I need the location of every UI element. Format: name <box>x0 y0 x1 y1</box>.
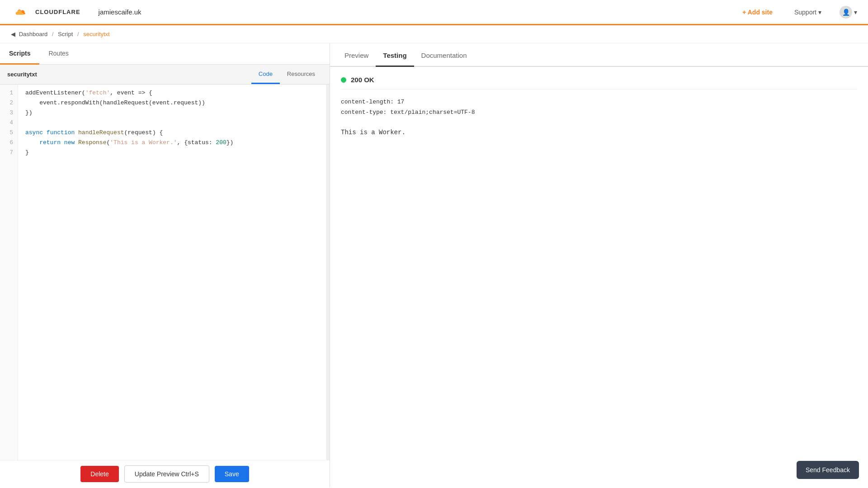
status-indicator-icon <box>341 77 346 83</box>
main-layout: Scripts Routes securitytxt Code Resource… <box>0 43 868 487</box>
script-filename: securitytxt <box>7 71 251 78</box>
tab-scripts[interactable]: Scripts <box>0 43 39 65</box>
tab-preview[interactable]: Preview <box>337 43 376 67</box>
right-tabs: Preview Testing Documentation <box>330 43 868 67</box>
tab-routes[interactable]: Routes <box>39 43 77 65</box>
line-num-5: 5 <box>0 128 18 138</box>
send-feedback-button[interactable]: Send Feedback <box>797 461 859 479</box>
support-label: Support <box>794 9 816 16</box>
breadcrumb-arrow: ◀ <box>11 31 15 38</box>
site-name-label: jamiescaife.uk <box>99 8 142 16</box>
status-row: 200 OK <box>341 76 857 89</box>
breadcrumb-script[interactable]: Script <box>58 31 73 38</box>
code-header: securitytxt Code Resources <box>0 65 330 84</box>
code-editor[interactable]: 1 2 3 4 5 6 7 addEventListener('fetch', … <box>0 84 330 460</box>
code-scrollbar[interactable] <box>326 84 330 460</box>
user-avatar-icon: 👤 <box>840 6 852 19</box>
save-button[interactable]: Save <box>215 466 249 482</box>
breadcrumb-sep2: / <box>77 31 79 38</box>
action-bar: Delete Update Preview Ctrl+S Save <box>0 460 330 487</box>
breadcrumb: ◀ Dashboard / Script / securitytxt <box>0 25 868 43</box>
breadcrumb-dashboard[interactable]: Dashboard <box>19 31 48 38</box>
line-num-6: 6 <box>0 138 18 148</box>
breadcrumb-sep1: / <box>52 31 54 38</box>
line-numbers: 1 2 3 4 5 6 7 <box>0 84 18 460</box>
left-panel: Scripts Routes securitytxt Code Resource… <box>0 43 330 487</box>
user-chevron-icon: ▾ <box>854 9 857 16</box>
top-navigation: CLOUDFLARE jamiescaife.uk + Add site Sup… <box>0 0 868 25</box>
line-num-1: 1 <box>0 88 18 98</box>
response-body: This is a Worker. <box>341 127 857 138</box>
logo-area: CLOUDFLARE <box>11 2 80 22</box>
status-text: 200 OK <box>351 76 374 84</box>
cloudflare-logo-icon <box>11 2 31 22</box>
support-chevron-icon: ▾ <box>818 9 821 16</box>
code-lines: 1 2 3 4 5 6 7 addEventListener('fetch', … <box>0 84 330 460</box>
add-site-button[interactable]: + Add site <box>742 9 773 16</box>
line-num-7: 7 <box>0 148 18 158</box>
company-name-label: CLOUDFLARE <box>35 9 80 15</box>
support-button[interactable]: Support ▾ <box>794 9 821 16</box>
right-panel: Preview Testing Documentation 200 OK con… <box>330 43 868 487</box>
response-headers: content-length: 17 content-type: text/pl… <box>341 97 857 118</box>
header-content-length: content-length: 17 <box>341 97 857 107</box>
tab-resources[interactable]: Resources <box>280 65 322 84</box>
update-preview-button[interactable]: Update Preview Ctrl+S <box>124 465 209 483</box>
delete-button[interactable]: Delete <box>80 466 118 482</box>
testing-content: 200 OK content-length: 17 content-type: … <box>330 67 868 487</box>
breadcrumb-current: securitytxt <box>83 31 110 38</box>
line-num-2: 2 <box>0 98 18 108</box>
user-menu-button[interactable]: 👤 ▾ <box>840 6 857 19</box>
line-num-4: 4 <box>0 118 18 128</box>
line-num-3: 3 <box>0 108 18 118</box>
code-content[interactable]: addEventListener('fetch', event => { eve… <box>18 84 326 460</box>
tab-testing[interactable]: Testing <box>376 43 414 67</box>
tab-code[interactable]: Code <box>251 65 280 84</box>
header-content-type: content-type: text/plain;charset=UTF-8 <box>341 107 857 117</box>
tab-documentation[interactable]: Documentation <box>414 43 474 67</box>
script-routes-tabs: Scripts Routes <box>0 43 330 65</box>
